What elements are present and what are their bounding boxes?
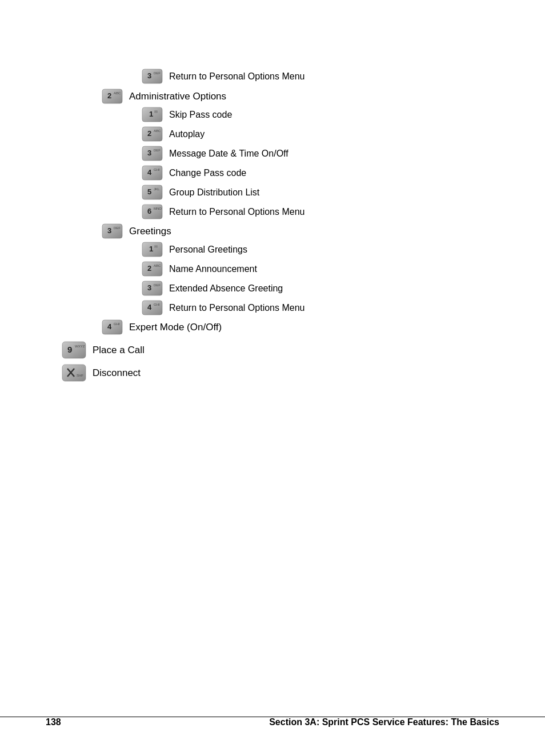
- svg-text:ABC: ABC: [154, 264, 161, 267]
- key-badge-x-disconnect: SHF: [62, 364, 87, 382]
- svg-text:DEF: DEF: [154, 149, 161, 152]
- svg-text:9: 9: [67, 345, 72, 354]
- key-badge-5jkl: 5 JKL: [142, 185, 163, 201]
- return-personal-options-label-top: Return to Personal Options Menu: [169, 71, 304, 82]
- svg-text:GHI: GHI: [154, 303, 160, 306]
- svg-text:1: 1: [149, 110, 153, 118]
- svg-text:DEF: DEF: [154, 283, 161, 287]
- key-badge-3def-extended: 3 DEF: [142, 281, 163, 297]
- footer-section-title: Section 3A: Sprint PCS Service Features:…: [269, 717, 499, 727]
- key-badge-3def-top: 3 DEF: [142, 69, 163, 85]
- key-badge-1-personal: 1 ✉: [142, 242, 163, 258]
- place-a-call-label: Place a Call: [93, 345, 145, 356]
- svg-text:GHI: GHI: [154, 168, 160, 171]
- expert-mode-label: Expert Mode (On/Off): [129, 322, 222, 333]
- group-dist-label: Group Distribution List: [169, 187, 259, 198]
- page-footer: 138 Section 3A: Sprint PCS Service Featu…: [0, 717, 545, 727]
- key-badge-4ghi-return: 4 GHI: [142, 300, 163, 316]
- return-personal-greetings-label: Return to Personal Options Menu: [169, 303, 304, 313]
- key-badge-4ghi-change: 4 GHI: [142, 165, 163, 181]
- return-personal-admin-label: Return to Personal Options Menu: [169, 207, 304, 217]
- svg-text:4: 4: [147, 168, 152, 177]
- svg-text:3: 3: [147, 283, 151, 292]
- svg-text:6: 6: [147, 207, 151, 215]
- name-announcement-label: Name Announcement: [169, 264, 257, 274]
- autoplay-label: Autoplay: [169, 129, 205, 139]
- svg-text:DEF: DEF: [114, 226, 121, 230]
- change-passcode-label: Change Pass code: [169, 168, 246, 178]
- extended-absence-label: Extended Absence Greeting: [169, 283, 283, 294]
- svg-text:ABC: ABC: [114, 91, 121, 95]
- key-badge-6mno: 6 MNO: [142, 204, 163, 220]
- svg-text:GHI: GHI: [114, 322, 120, 326]
- key-badge-1-skip: 1 ✉: [142, 107, 163, 123]
- greetings-label: Greetings: [129, 226, 171, 237]
- svg-text:4: 4: [107, 322, 112, 331]
- svg-text:WXYZ: WXYZ: [75, 345, 85, 348]
- skip-passcode-label: Skip Pass code: [169, 110, 232, 120]
- svg-text:5: 5: [147, 187, 151, 196]
- svg-text:MNO: MNO: [154, 207, 162, 210]
- svg-text:2: 2: [107, 91, 111, 100]
- svg-rect-45: [62, 365, 86, 381]
- svg-text:ABC: ABC: [154, 129, 161, 133]
- svg-text:✉: ✉: [154, 245, 158, 249]
- svg-text:3: 3: [147, 71, 151, 80]
- svg-text:SHF: SHF: [77, 374, 83, 377]
- footer-page-number: 138: [46, 717, 61, 727]
- key-badge-2abc-autoplay: 2 ABC: [142, 126, 163, 142]
- page-content: 3 DEF Return to Personal Options Menu 2 …: [0, 0, 545, 433]
- msg-date-time-label: Message Date & Time On/Off: [169, 149, 288, 159]
- key-badge-9wxyz: 9 WXYZ: [62, 341, 87, 359]
- key-badge-2abc-admin: 2 ABC: [102, 89, 123, 105]
- admin-options-label: Administrative Options: [129, 91, 226, 102]
- key-badge-4ghi-expert: 4 GHI: [102, 319, 123, 335]
- svg-text:✉: ✉: [154, 110, 158, 114]
- key-badge-2abc-name: 2 ABC: [142, 261, 163, 277]
- svg-text:4: 4: [147, 303, 152, 311]
- svg-text:3: 3: [147, 149, 151, 157]
- svg-text:1: 1: [149, 245, 153, 253]
- svg-text:3: 3: [107, 226, 111, 235]
- svg-text:2: 2: [147, 129, 151, 138]
- svg-text:2: 2: [147, 264, 151, 273]
- disconnect-label: Disconnect: [93, 367, 141, 379]
- key-badge-3def-msg: 3 DEF: [142, 146, 163, 162]
- personal-greetings-label: Personal Greetings: [169, 245, 247, 255]
- svg-text:DEF: DEF: [154, 71, 161, 75]
- key-badge-3def-greetings: 3 DEF: [102, 223, 123, 239]
- svg-text:JKL: JKL: [154, 187, 160, 191]
